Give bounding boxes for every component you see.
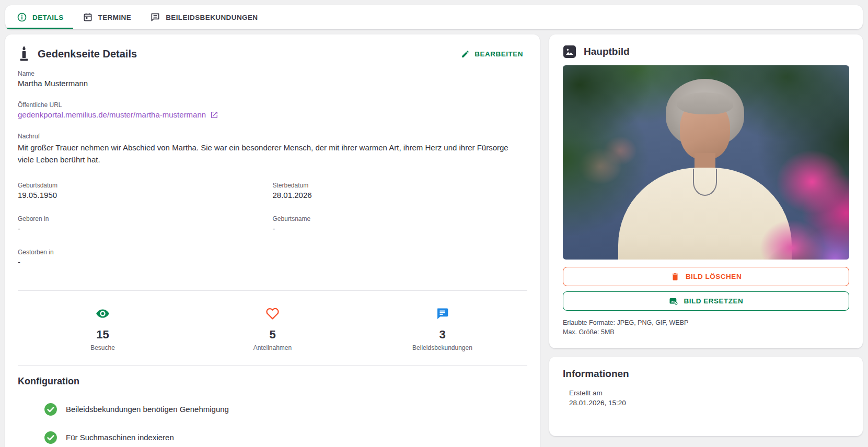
public-url-link[interactable]: gedenkportal.memilius.de/muster/martha-m… <box>18 110 206 119</box>
stat-value: 3 <box>357 328 527 342</box>
page: DETAILS TERMINE BEILEIDSBEKUNDUNGEN <box>0 0 868 447</box>
gestorben-in-label: Gestorben in <box>18 249 273 256</box>
comment-icon <box>150 12 160 22</box>
created-at-field: Erstellt am 28.01.2026, 15:20 <box>569 389 849 407</box>
tab-details[interactable]: DETAILS <box>7 5 73 29</box>
konfig-item-genehmigung: Beileidsbekundungen benötigen Genehmigun… <box>44 403 527 416</box>
page-title: Gedenkseite Details <box>38 48 137 60</box>
name-field: Name Martha Mustermann <box>18 70 527 88</box>
image-icon <box>563 45 576 58</box>
konfig-item-label: Beileidsbekundungen benötigen Genehmigun… <box>66 405 229 414</box>
stat-anteilnahmen: 5 Anteilnahmen <box>188 307 357 351</box>
allowed-formats-note: Erlaubte Formate: JPEG, PNG, GIF, WEBP <box>563 318 849 327</box>
stats-row: 15 Besuche 5 Anteilnahmen <box>18 301 527 355</box>
konfig-item-label: Für Suchmaschinen indexieren <box>66 433 174 442</box>
geburtsname-field: Geburtsname - <box>273 215 528 233</box>
informationen-card: Informationen Erstellt am 28.01.2026, 15… <box>549 357 863 436</box>
stat-value: 5 <box>188 328 357 342</box>
tab-label: TERMINE <box>98 14 132 21</box>
geboren-in-value: - <box>18 224 273 233</box>
public-url-field: Öffentliche URL gedenkportal.memilius.de… <box>18 101 527 119</box>
hauptbild-card: Hauptbild BILD LÖSCHEN <box>549 34 863 348</box>
check-circle-icon <box>44 431 57 444</box>
photo-flowers <box>563 65 849 260</box>
details-card: Gedenkseite Details BEARBEITEN Name Mart… <box>5 34 540 447</box>
geburtsname-label: Geburtsname <box>273 215 528 222</box>
created-at-value: 28.01.2026, 15:20 <box>569 399 849 407</box>
replace-image-label: BILD ERSETZEN <box>684 297 744 305</box>
edit-button[interactable]: BEARBEITEN <box>457 46 527 62</box>
gestorben-in-field: Gestorben in - <box>18 249 273 266</box>
delete-image-label: BILD LÖSCHEN <box>686 273 742 280</box>
stat-besuche: 15 Besuche <box>18 307 188 351</box>
created-at-label: Erstellt am <box>569 389 849 397</box>
heart-icon <box>265 307 280 321</box>
pencil-icon <box>461 50 470 58</box>
delete-image-button[interactable]: BILD LÖSCHEN <box>563 267 849 286</box>
geburtsdatum-label: Geburtsdatum <box>18 182 273 189</box>
name-label: Name <box>18 70 527 77</box>
tab-bar: DETAILS TERMINE BEILEIDSBEKUNDUNGEN <box>5 5 863 29</box>
memorial-photo <box>563 65 849 260</box>
candle-icon <box>18 46 30 62</box>
geburtsname-value: - <box>273 224 528 233</box>
public-url-label: Öffentliche URL <box>18 101 527 109</box>
external-link-icon[interactable] <box>210 111 218 119</box>
nachruf-field: Nachruf Mit großer Trauer nehmen wir Abs… <box>18 133 527 166</box>
edit-button-label: BEARBEITEN <box>474 50 523 58</box>
nachruf-label: Nachruf <box>18 133 527 140</box>
calendar-icon <box>83 12 93 22</box>
divider <box>18 365 527 366</box>
tab-label: DETAILS <box>32 14 64 21</box>
geboren-in-field: Geboren in - <box>18 215 273 233</box>
konfig-item-indexieren: Für Suchmaschinen indexieren <box>44 431 527 444</box>
tab-beileidsbekundungen[interactable]: BEILEIDSBEKUNDUNGEN <box>141 5 267 29</box>
konfiguration-title: Konfiguration <box>18 376 527 387</box>
stat-label: Anteilnahmen <box>188 344 357 351</box>
divider <box>18 290 527 291</box>
sterbedatum-label: Sterbedatum <box>273 182 528 189</box>
stat-label: Besuche <box>18 344 188 351</box>
stat-value: 15 <box>18 328 188 342</box>
geboren-in-label: Geboren in <box>18 215 273 222</box>
tab-label: BEILEIDSBEKUNDUNGEN <box>166 14 258 21</box>
check-circle-icon <box>44 403 57 416</box>
comment-icon <box>435 307 449 321</box>
geburtsdatum-field: Geburtsdatum 19.05.1950 <box>18 182 273 199</box>
geburtsdatum-value: 19.05.1950 <box>18 191 273 199</box>
gestorben-in-value: - <box>18 257 273 266</box>
sterbedatum-field: Sterbedatum 28.01.2026 <box>273 182 528 199</box>
informationen-title: Informationen <box>563 368 849 380</box>
trash-icon <box>670 272 680 281</box>
replace-image-icon <box>669 297 678 306</box>
nachruf-text: Mit großer Trauer nehmen wir Abschied vo… <box>18 142 519 166</box>
stat-beileidsbekundungen: 3 Beileidsbekundungen <box>357 307 527 351</box>
max-size-note: Max. Größe: 5MB <box>563 327 849 337</box>
sterbedatum-value: 28.01.2026 <box>273 191 528 199</box>
name-value: Martha Mustermann <box>18 79 527 88</box>
replace-image-button[interactable]: BILD ERSETZEN <box>563 291 849 311</box>
eye-icon <box>96 307 110 321</box>
stat-label: Beileidsbekundungen <box>357 344 527 351</box>
hauptbild-title: Hauptbild <box>584 46 630 57</box>
info-icon <box>17 12 27 22</box>
tab-termine[interactable]: TERMINE <box>73 5 141 29</box>
